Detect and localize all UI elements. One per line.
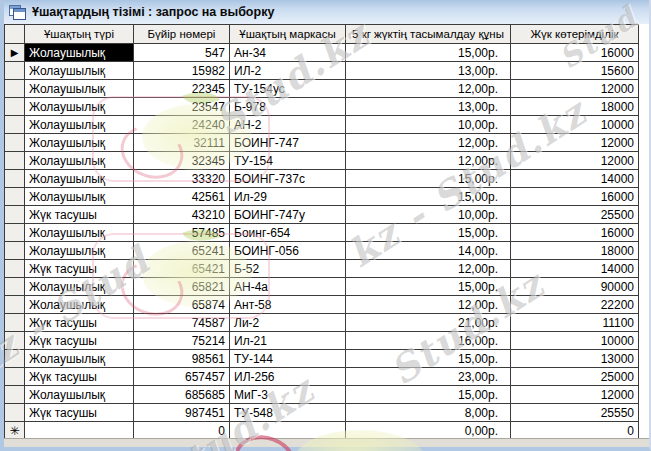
cell-cost[interactable]: 13,00р. <box>346 98 511 116</box>
cell-number[interactable]: 33320 <box>134 170 230 188</box>
cell-capacity[interactable]: 13000 <box>511 350 639 368</box>
cell-model[interactable]: Боинг-654 <box>230 224 346 242</box>
cell-cost[interactable]: 15,00р. <box>346 278 511 296</box>
cell-model[interactable]: БОИНГ-747 <box>230 134 346 152</box>
cell-number[interactable]: 22345 <box>134 80 230 98</box>
cell-model[interactable]: АН-2 <box>230 116 346 134</box>
cell-capacity[interactable]: 10000 <box>511 116 639 134</box>
cell-capacity[interactable]: 12000 <box>511 152 639 170</box>
cell-capacity[interactable]: 14000 <box>511 260 639 278</box>
column-header-number[interactable]: Бүйір нөмері <box>134 25 230 44</box>
record-selector[interactable] <box>5 350 25 368</box>
cell-capacity[interactable]: 25500 <box>511 206 639 224</box>
cell-type[interactable]: Жолаушылық <box>25 296 134 314</box>
cell-type[interactable]: Жүк тасушы <box>25 260 134 278</box>
cell-number[interactable]: 657457 <box>134 368 230 386</box>
cell-number[interactable]: 15982 <box>134 62 230 80</box>
cell-cost[interactable]: 12,00р. <box>346 80 511 98</box>
cell-number[interactable]: 685685 <box>134 386 230 404</box>
cell-number[interactable]: 65241 <box>134 242 230 260</box>
cell-cost[interactable]: 12,00р. <box>346 260 511 278</box>
record-selector[interactable] <box>5 242 25 260</box>
cell-model[interactable]: ИЛ-256 <box>230 368 346 386</box>
cell-model[interactable]: ТУ-154 <box>230 152 346 170</box>
record-selector[interactable] <box>5 80 25 98</box>
cell-cost[interactable]: 14,00р. <box>346 242 511 260</box>
cell-capacity[interactable]: 25550 <box>511 404 639 422</box>
cell-type[interactable]: Жолаушылық <box>25 98 134 116</box>
cell-capacity[interactable]: 15600 <box>511 62 639 80</box>
record-selector[interactable] <box>5 98 25 116</box>
cell-model[interactable]: Ил-21 <box>230 332 346 350</box>
cell-cost[interactable]: 10,00р. <box>346 116 511 134</box>
cell-type[interactable]: Жүк тасушы <box>25 368 134 386</box>
cell-cost[interactable]: 12,00р. <box>346 152 511 170</box>
record-selector[interactable] <box>5 296 25 314</box>
cell-type[interactable]: Жолаушылық <box>25 80 134 98</box>
cell-model[interactable]: ИЛ-2 <box>230 62 346 80</box>
cell-capacity[interactable]: 10000 <box>511 332 639 350</box>
record-selector[interactable] <box>5 404 25 422</box>
cell-capacity[interactable]: 18000 <box>511 98 639 116</box>
cell-capacity[interactable]: 14000 <box>511 170 639 188</box>
cell-cost[interactable]: 12,00р. <box>346 134 511 152</box>
cell-capacity[interactable]: 16000 <box>511 188 639 206</box>
cell-capacity[interactable]: 12000 <box>511 386 639 404</box>
cell-type[interactable]: Жолаушылық <box>25 188 134 206</box>
cell-capacity[interactable]: 18000 <box>511 242 639 260</box>
cell-model[interactable]: Ан-34 <box>230 44 346 62</box>
cell-model[interactable]: Б-978 <box>230 98 346 116</box>
cell-model[interactable]: МиГ-3 <box>230 386 346 404</box>
record-selector[interactable]: ▶ <box>5 44 25 62</box>
cell-cost[interactable]: 15,00р. <box>346 44 511 62</box>
cell-model[interactable]: ТУ-144 <box>230 350 346 368</box>
record-selector[interactable] <box>5 134 25 152</box>
cell-number[interactable]: 32345 <box>134 152 230 170</box>
cell-model[interactable]: БОИНГ-056 <box>230 242 346 260</box>
cell-number[interactable]: 65421 <box>134 260 230 278</box>
cell-model[interactable]: Ли-2 <box>230 314 346 332</box>
cell-model[interactable]: АН-4а <box>230 278 346 296</box>
record-selector[interactable] <box>5 62 25 80</box>
cell-model[interactable]: БОИНГ-747у <box>230 206 346 224</box>
column-header-model[interactable]: Ұшақтың маркасы <box>230 25 346 44</box>
cell-type[interactable]: Жүк тасушы <box>25 206 134 224</box>
cell-cost[interactable]: 15,00р. <box>346 386 511 404</box>
cell-number[interactable]: 43210 <box>134 206 230 224</box>
window-titlebar[interactable]: Ұшақтардың тізімі : запрос на выборку <box>4 0 649 24</box>
cell-model[interactable]: Б-52 <box>230 260 346 278</box>
cell-type[interactable]: Жүк тасушы <box>25 332 134 350</box>
cell-type[interactable]: Жолаушылық <box>25 134 134 152</box>
cell-capacity[interactable]: 25000 <box>511 368 639 386</box>
cell-cost[interactable]: 8,00р. <box>346 404 511 422</box>
cell-model[interactable]: ТУ-154ус <box>230 80 346 98</box>
cell-type[interactable]: Жолаушылық <box>25 170 134 188</box>
record-selector[interactable] <box>5 368 25 386</box>
cell-cost[interactable]: 21,00р. <box>346 314 511 332</box>
cell-number[interactable]: 65821 <box>134 278 230 296</box>
cell-number[interactable]: 75214 <box>134 332 230 350</box>
record-selector[interactable] <box>5 224 25 242</box>
cell-capacity[interactable]: 12000 <box>511 134 639 152</box>
cell-type[interactable]: Жолаушылық <box>25 224 134 242</box>
cell-model[interactable]: ТУ-548 <box>230 404 346 422</box>
cell-number[interactable]: 98561 <box>134 350 230 368</box>
cell-model[interactable]: БОИНГ-737с <box>230 170 346 188</box>
record-selector[interactable] <box>5 332 25 350</box>
cell-cost[interactable]: 10,00р. <box>346 206 511 224</box>
cell-type[interactable]: Жолаушылық <box>25 62 134 80</box>
record-selector[interactable] <box>5 116 25 134</box>
record-selector[interactable] <box>5 260 25 278</box>
cell-type[interactable]: Жолаушылық <box>25 242 134 260</box>
cell-capacity[interactable]: 11100 <box>511 314 639 332</box>
cell-type[interactable]: Жүк тасушы <box>25 314 134 332</box>
cell-type[interactable]: Жолаушылық <box>25 116 134 134</box>
cell-type[interactable]: Жүк тасушы <box>25 404 134 422</box>
record-selector[interactable] <box>5 386 25 404</box>
cell-number[interactable]: 987451 <box>134 404 230 422</box>
cell-number[interactable]: 57485 <box>134 224 230 242</box>
cell-capacity[interactable]: 16000 <box>511 44 639 62</box>
select-all-corner[interactable] <box>5 25 25 44</box>
cell-cost[interactable]: 12,00р. <box>346 296 511 314</box>
cell-type[interactable]: Жолаушылық <box>25 152 134 170</box>
